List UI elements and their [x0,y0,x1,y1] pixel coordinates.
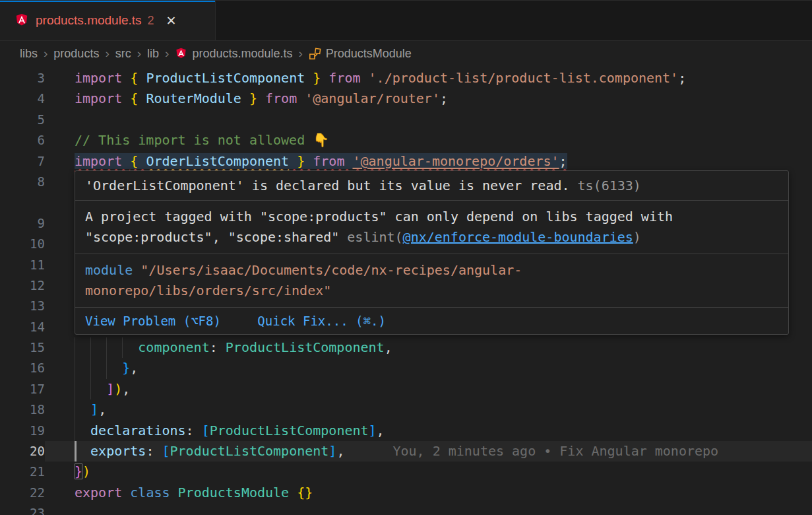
line-number[interactable]: 19 [0,421,45,441]
indent-guide [75,421,75,441]
line-number[interactable] [0,192,45,213]
code-token: { [130,70,146,86]
breadcrumb: libs › products › src › lib › products.m… [0,41,812,66]
code-token: '@angular/router' [305,90,440,106]
breadcrumb-item-file[interactable]: products.module.ts [175,47,292,61]
code-token: { [130,90,146,106]
code-token: export [75,485,130,500]
code-line[interactable]: 5 [0,110,812,130]
breadcrumb-symbol-label: ProductsModule [326,47,412,61]
line-number[interactable]: 11 [0,255,45,275]
code-line[interactable]: 16 }, [0,358,812,378]
line-number[interactable]: 6 [0,130,45,151]
code-token: import [75,153,130,169]
code-token: : [210,339,226,355]
code-token: from [328,70,368,86]
code-token: // This import is not allowed [75,132,313,148]
breadcrumb-file-label: products.module.ts [192,47,292,61]
angular-file-icon [175,47,187,61]
line-number[interactable]: 23 [0,503,45,515]
line-number[interactable]: 12 [0,275,45,296]
code-editor: 3import { ProductListComponent } from '.… [0,66,812,515]
tab-title: products.module.ts [36,13,142,28]
indent-guide [75,337,75,358]
eslint-source-suffix: ) [633,229,641,245]
line-number[interactable]: 20 [0,441,45,462]
code-token: , [377,423,385,438]
code-token: } [241,90,265,106]
code-line[interactable]: 20 exports: [ProductListComponent],You, … [0,441,812,462]
code-token: ProductListComponent [226,339,385,355]
active-indent-guide [75,441,77,462]
vscode-window: products.module.ts 2 ✕ libs › products ›… [0,0,812,515]
indent-guide [90,379,91,399]
chevron-right-icon: › [298,46,302,61]
breadcrumb-item-lib[interactable]: lib [147,47,159,61]
hover-eslint-diagnostic: A project tagged with "scope:products" c… [75,201,788,254]
code-token: from [313,153,352,169]
code-line[interactable]: 21}) [0,462,812,482]
hover-module-info: module "/Users/isaac/Documents/code/nx-r… [75,254,788,308]
code-token: ] [369,423,377,438]
code-token: , [122,381,130,397]
chevron-right-icon: › [165,46,169,61]
indent-guide [90,358,91,378]
code-line[interactable]: 23 [0,503,812,515]
line-number[interactable]: 10 [0,234,45,254]
code-line[interactable]: 17 ]), [0,379,812,399]
line-number[interactable]: 3 [0,68,45,88]
line-number[interactable]: 9 [0,213,45,234]
hover-popup: 'OrderListComponent' is declared but its… [75,170,789,335]
ts-diagnostic-message: 'OrderListComponent' is declared but its… [85,178,570,193]
line-number[interactable]: 8 [0,172,45,192]
code-line[interactable]: 18 ], [0,399,812,420]
breadcrumb-item-libs[interactable]: libs [20,47,38,61]
breadcrumb-item-symbol[interactable]: ProductsModule [309,47,412,61]
git-blame-annotation: You, 2 minutes ago • Fix Angular monorep… [392,443,718,459]
code-token: : [186,423,202,438]
hover-ts-diagnostic: 'OrderListComponent' is declared but its… [75,171,788,201]
breadcrumb-item-src[interactable]: src [115,47,131,61]
line-number[interactable]: 7 [0,151,45,172]
code-line[interactable]: 19 declarations: [ProductListComponent], [0,421,812,441]
code-line[interactable]: 22export class ProductsModule {} [0,483,812,503]
code-line[interactable]: 15 component: ProductListComponent, [0,337,812,358]
code-token: { [130,153,146,169]
eslint-source-prefix: eslint( [347,229,402,245]
code-token [75,401,90,417]
line-number[interactable]: 4 [0,88,45,109]
code-token: ] [106,381,114,397]
line-number[interactable]: 21 [0,462,45,482]
indent-guide [106,337,107,358]
line-number[interactable]: 14 [0,317,45,337]
code-token: ; [559,153,567,169]
quick-fix-action[interactable]: Quick Fix... (⌘.) [257,314,385,328]
code-line[interactable]: 6// This import is not allowed 👇 [0,130,812,151]
line-number[interactable]: 15 [0,337,45,358]
symbol-class-icon [309,47,321,61]
code-token: ) [114,381,122,397]
close-tab-icon[interactable]: ✕ [166,13,177,28]
indent-guide [122,337,123,358]
breadcrumb-item-products[interactable]: products [53,47,99,61]
line-number[interactable]: 13 [0,296,45,316]
line-number[interactable]: 22 [0,483,45,503]
code-line[interactable]: 7import { OrderListComponent } from '@an… [0,151,812,172]
module-path-line1: "/Users/isaac/Documents/code/nx-recipes/… [141,262,522,278]
indent-guide [75,379,75,399]
code-token: , [98,401,106,417]
line-number[interactable]: 17 [0,379,45,399]
code-token: class [130,485,177,500]
line-number[interactable]: 18 [0,399,45,420]
eslint-rule-link[interactable]: @nx/enforce-module-boundaries [403,229,633,245]
tab-products-module[interactable]: products.module.ts 2 ✕ [0,1,216,40]
angular-file-icon [15,13,29,28]
line-number[interactable]: 5 [0,110,45,130]
code-token: ; [678,70,686,86]
code-line[interactable]: 3import { ProductListComponent } from '.… [0,68,812,88]
code-line[interactable]: 4import { RouterModule } from '@angular/… [0,88,812,109]
eslint-message-line2: "scope:products", "scope:shared" [85,229,339,245]
indent-guide [75,358,75,378]
view-problem-action[interactable]: View Problem (⌥F8) [85,314,221,328]
line-number[interactable]: 16 [0,358,45,378]
